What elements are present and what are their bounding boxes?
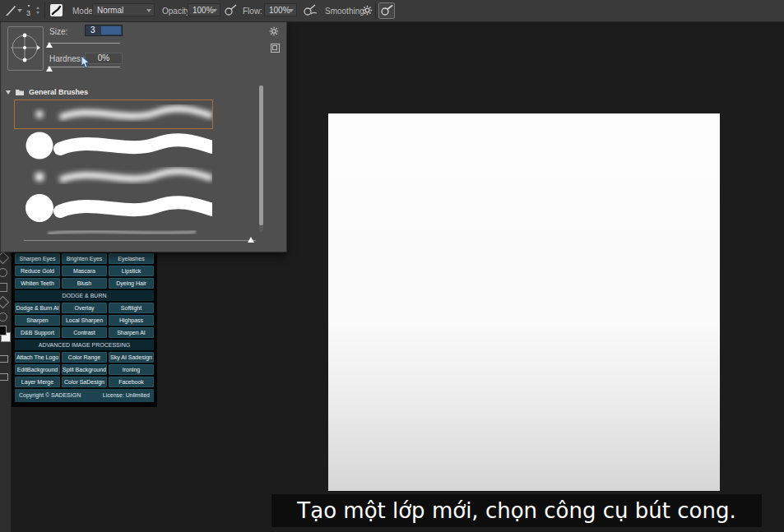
sadesign-button[interactable]: Dyeing Hair: [109, 278, 154, 289]
sadesign-button[interactable]: Layer Merge: [15, 377, 60, 387]
sadesign-button[interactable]: Contrast: [62, 327, 107, 338]
smoothing-label: Smoothing:: [325, 7, 367, 16]
brush-size-stepper[interactable]: 3: [25, 2, 39, 19]
sadesign-section-header: DODGE & BURN: [15, 290, 154, 301]
size-label: Size:: [49, 27, 67, 36]
brush-tip-dot-icon: [28, 5, 30, 7]
brush-settings-flyout: Size: 3 Hardness: 0%: [0, 21, 287, 252]
soft-round-pressure-brush[interactable]: [15, 163, 212, 191]
clone-stamp-tool-icon[interactable]: [0, 296, 9, 309]
sadesign-button[interactable]: Sharpen Eyes: [15, 253, 60, 264]
sadesign-button[interactable]: D&B Support: [15, 327, 60, 338]
sadesign-button[interactable]: Lipstick: [109, 266, 154, 276]
hard-round-brush[interactable]: [15, 132, 212, 160]
chevron-down-icon: [6, 90, 11, 95]
size-input[interactable]: 3: [85, 25, 123, 36]
chevron-down-icon: [212, 9, 217, 12]
brush-tool-icon[interactable]: [4, 4, 17, 17]
airbrush-opacity-icon[interactable]: [224, 4, 237, 16]
sadesign-button[interactable]: Eyelashes: [109, 253, 154, 264]
sadesign-button[interactable]: Split Background: [62, 364, 107, 375]
brush-group-label: General Brushes: [29, 88, 88, 96]
soft-round-brush[interactable]: [15, 100, 212, 128]
toolbar-divider: [375, 2, 376, 19]
sadesign-button[interactable]: Dodge & Burn AI: [15, 303, 60, 313]
hard-round-pressure-brush[interactable]: [15, 194, 212, 222]
sadesign-button[interactable]: Facebook: [109, 377, 154, 387]
eyedropper-tool-icon[interactable]: [0, 252, 9, 265]
hardness-slider-handle[interactable]: [46, 66, 53, 72]
sadesign-button[interactable]: Softlight: [109, 303, 154, 313]
brush-tool-icon[interactable]: [0, 283, 7, 292]
new-preset-icon[interactable]: [271, 44, 280, 53]
healing-brush-tool-icon[interactable]: [0, 268, 7, 277]
sadesign-button[interactable]: Sharpen: [15, 315, 60, 326]
sadesign-button[interactable]: Mascara: [62, 266, 107, 276]
preview-size-slider[interactable]: [24, 240, 256, 241]
brush-preset-partial-row[interactable]: [15, 225, 212, 237]
opacity-dropdown[interactable]: 100%: [188, 3, 220, 16]
brush-preset-chip[interactable]: [50, 4, 63, 16]
quick-mask-button[interactable]: [0, 355, 8, 363]
sadesign-button[interactable]: Reduce Gold: [15, 266, 60, 276]
flow-dropdown[interactable]: 100%: [264, 3, 297, 16]
subtitle-caption: Tạo một lớp mới, chọn công cụ bút cong.: [271, 494, 762, 527]
brush-group-header[interactable]: General Brushes: [6, 86, 88, 99]
size-slider-handle[interactable]: [46, 42, 53, 48]
sadesign-button[interactable]: Overlay: [62, 303, 107, 313]
photoshop-workspace: 3 Mode: Normal Opacity: 100% Flow: 100%: [0, 0, 784, 532]
opacity-value: 100%: [193, 6, 214, 15]
sadesign-button[interactable]: Color SaDesign: [62, 377, 107, 387]
mode-dropdown[interactable]: Normal: [92, 3, 155, 16]
canvas[interactable]: [328, 113, 720, 491]
sadesign-button[interactable]: Whiten Teeth: [15, 278, 60, 289]
sadesign-panel: Sharpen EyesBrighten EyesEyelashesReduce…: [12, 247, 157, 407]
sadesign-footer: Copyright © SADESIGNLicense: Unlimited: [15, 389, 154, 402]
sadesign-section-header: ADVANCED IMAGE PROCESSING: [15, 340, 154, 350]
sadesign-button[interactable]: EditBackground: [15, 364, 60, 375]
scrollbar-thumb[interactable]: [259, 86, 263, 225]
zoom-tool-icon[interactable]: [0, 312, 7, 322]
options-toolbar: 3 Mode: Normal Opacity: 100% Flow: 100%: [0, 0, 784, 22]
stepper-down-icon[interactable]: [36, 12, 39, 14]
brush-settings-toggle-icon[interactable]: [378, 2, 395, 19]
text-selection-highlight: [101, 26, 121, 35]
smoothing-gear-icon[interactable]: [362, 5, 373, 16]
mouse-cursor: [81, 56, 90, 69]
chevron-down-icon: [146, 9, 151, 12]
brush-size-value: 3: [26, 9, 30, 17]
sadesign-button[interactable]: Sharpen AI: [109, 327, 154, 338]
sadesign-button[interactable]: Ironing: [109, 364, 154, 375]
sadesign-copyright: Copyright © SADESIGN: [19, 389, 81, 402]
sadesign-license: License: Unlimited: [103, 389, 150, 402]
sadesign-button[interactable]: Blush: [62, 278, 107, 289]
foreground-color-swatch[interactable]: [0, 326, 7, 335]
tool-preset-chevron-icon[interactable]: [17, 9, 22, 12]
size-slider[interactable]: [48, 43, 120, 44]
mode-value: Normal: [97, 6, 123, 15]
size-value: 3: [90, 25, 95, 35]
sadesign-button[interactable]: Sky AI Sadesign: [109, 352, 154, 363]
sadesign-button[interactable]: Attach The Logo: [15, 352, 60, 363]
preview-size-slider-handle[interactable]: [248, 237, 254, 243]
gear-icon[interactable]: [269, 26, 279, 36]
flow-value: 100%: [269, 6, 290, 15]
sadesign-button[interactable]: Local Sharpen: [62, 315, 107, 326]
chevron-down-icon: [289, 9, 294, 12]
airbrush-flow-icon[interactable]: [303, 4, 318, 16]
folder-icon: [15, 88, 25, 96]
stepper-up-icon[interactable]: [36, 7, 39, 9]
scrollbar[interactable]: [259, 86, 263, 232]
toolbar-divider: [44, 2, 45, 19]
screen-mode-button[interactable]: [0, 373, 8, 381]
brush-angle-widget[interactable]: [7, 26, 44, 71]
sadesign-button[interactable]: Brighten Eyes: [62, 253, 107, 264]
sadesign-button[interactable]: Highpass: [109, 315, 154, 326]
brush-preset-list: [15, 100, 212, 225]
flow-label: Flow:: [243, 7, 262, 16]
hardness-value: 0%: [98, 53, 109, 62]
sadesign-button[interactable]: Color Range: [62, 352, 107, 363]
